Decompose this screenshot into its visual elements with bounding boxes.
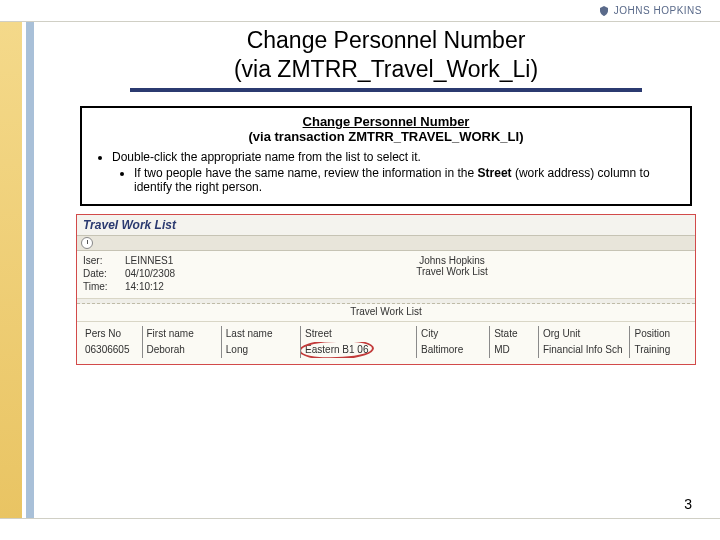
table-header-row: Pers No First name Last name Street City… xyxy=(81,326,691,342)
brand-text: JOHNS HOPKINS xyxy=(614,5,702,16)
side-decoration xyxy=(0,22,34,518)
meta-date-label: Date: xyxy=(83,268,117,279)
slide-title-line2: (via ZMTRR_Travel_Work_Li) xyxy=(74,55,698,84)
bullet-sub: If two people have the same name, review… xyxy=(134,166,680,194)
col-position: Position xyxy=(630,326,691,342)
col-persno: Pers No xyxy=(81,326,142,342)
slide-body: Change Personnel Number (via ZMTRR_Trave… xyxy=(34,22,720,518)
clock-icon[interactable] xyxy=(81,237,93,249)
table-row[interactable]: 06306605 Deborah Long Eastern B1 06 Balt… xyxy=(81,342,691,358)
sap-window-title: Travel Work List xyxy=(77,215,695,235)
cell-position: Training xyxy=(630,342,691,358)
title-underline xyxy=(130,88,642,92)
bottom-bar xyxy=(0,518,720,540)
col-orgunit: Org Unit xyxy=(538,326,630,342)
cell-firstname: Deborah xyxy=(142,342,221,358)
top-brand-bar: JOHNS HOPKINS xyxy=(0,0,720,22)
shield-icon xyxy=(598,5,610,17)
box-body: Double-click the appropriate name from t… xyxy=(92,150,680,194)
cell-state: MD xyxy=(490,342,539,358)
sap-grid: Pers No First name Last name Street City… xyxy=(77,322,695,364)
col-city: City xyxy=(416,326,489,342)
meta-user: LEINNES1 xyxy=(125,255,173,266)
cell-orgunit: Financial Info Sch xyxy=(538,342,630,358)
col-lastname: Last name xyxy=(221,326,300,342)
sap-screenshot: Travel Work List Iser:LEINNES1 Date:04/1… xyxy=(76,214,696,365)
sap-meta-col: Iser:LEINNES1 Date:04/10/2308 Time:14:10… xyxy=(83,255,175,292)
sap-table: Pers No First name Last name Street City… xyxy=(81,326,691,358)
col-state: State xyxy=(490,326,539,342)
sap-header-block: Iser:LEINNES1 Date:04/10/2308 Time:14:10… xyxy=(77,251,695,299)
box-heading: Change Personnel Number (via transaction… xyxy=(92,114,680,144)
meta-user-label: Iser: xyxy=(83,255,117,266)
box-heading-line2: (via transaction ZMTRR_TRAVEL_WORK_LI) xyxy=(249,129,524,144)
cell-lastname: Long xyxy=(221,342,300,358)
page-number: 3 xyxy=(684,496,692,512)
col-street: Street xyxy=(301,326,417,342)
slide-title: Change Personnel Number (via ZMTRR_Trave… xyxy=(74,26,698,84)
street-circled: Eastern B1 06 xyxy=(305,344,368,355)
meta-time: 14:10:12 xyxy=(125,281,164,292)
box-heading-underlined: Change Personnel Number xyxy=(303,114,470,129)
sap-toolbar xyxy=(77,235,695,251)
sap-caption: Travel Work List xyxy=(77,304,695,322)
cell-persno: 06306605 xyxy=(81,342,142,358)
cell-street: Eastern B1 06 xyxy=(301,342,417,358)
col-firstname: First name xyxy=(142,326,221,342)
sap-header-title: Johns Hopkins Travel Work List xyxy=(215,255,689,277)
meta-time-label: Time: xyxy=(83,281,117,292)
bullet-main: Double-click the appropriate name from t… xyxy=(112,150,680,194)
instruction-box: Change Personnel Number (via transaction… xyxy=(80,106,692,206)
meta-date: 04/10/2308 xyxy=(125,268,175,279)
cell-city: Baltimore xyxy=(416,342,489,358)
slide-title-line1: Change Personnel Number xyxy=(74,26,698,55)
